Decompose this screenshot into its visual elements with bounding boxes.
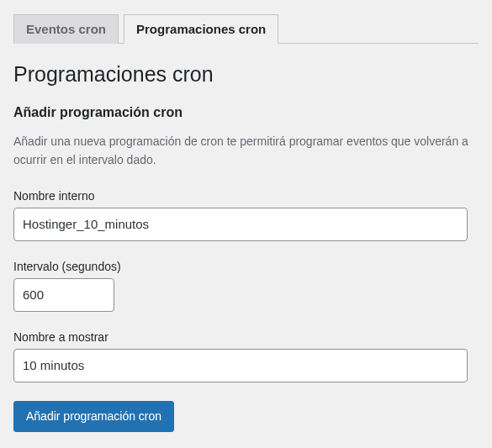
page-title: Programaciones cron bbox=[13, 61, 479, 88]
add-schedule-button[interactable]: Añadir programación cron bbox=[13, 401, 174, 432]
display-name-label: Nombre a mostrar bbox=[13, 330, 479, 344]
tab-schedules[interactable]: Programaciones cron bbox=[124, 14, 278, 44]
section-description: Añadir una nueva programación de cron te… bbox=[13, 132, 479, 170]
interval-label: Intervalo (segundos) bbox=[13, 260, 479, 273]
internal-name-label: Nombre interno bbox=[13, 189, 479, 203]
section-heading: Añadir programación cron bbox=[13, 105, 479, 120]
display-name-input[interactable] bbox=[13, 349, 468, 382]
internal-name-input[interactable] bbox=[13, 208, 468, 241]
tab-events[interactable]: Eventos cron bbox=[13, 14, 119, 44]
tab-bar: Eventos cron Programaciones cron bbox=[13, 13, 479, 44]
interval-input[interactable] bbox=[13, 278, 114, 312]
